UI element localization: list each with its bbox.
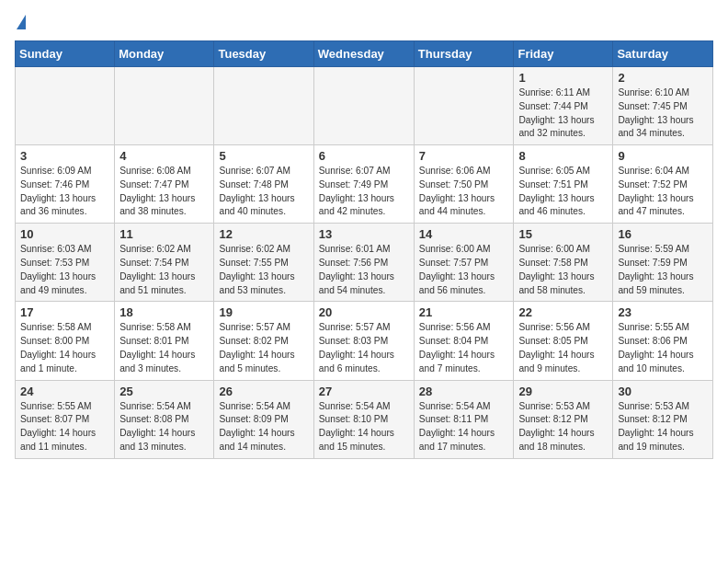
day-info: Sunrise: 6:02 AMSunset: 7:55 PMDaylight:… — [219, 243, 308, 297]
day-info: Sunrise: 6:01 AMSunset: 7:56 PMDaylight:… — [319, 243, 409, 297]
day-number: 5 — [219, 149, 308, 163]
day-info: Sunrise: 5:54 AMSunset: 8:09 PMDaylight:… — [219, 400, 308, 454]
day-number: 30 — [618, 385, 708, 398]
calendar-cell: 15Sunrise: 6:00 AMSunset: 7:58 PMDayligh… — [514, 224, 613, 302]
calendar-cell: 10Sunrise: 6:03 AMSunset: 7:53 PMDayligh… — [16, 224, 115, 302]
day-info: Sunrise: 6:00 AMSunset: 7:57 PMDaylight:… — [419, 243, 509, 297]
calendar-cell: 1Sunrise: 6:11 AMSunset: 7:44 PMDaylight… — [514, 67, 613, 145]
calendar-cell: 16Sunrise: 5:59 AMSunset: 7:59 PMDayligh… — [613, 224, 713, 302]
weekday-header-wednesday: Wednesday — [313, 41, 414, 67]
calendar-cell: 9Sunrise: 6:04 AMSunset: 7:52 PMDaylight… — [613, 145, 713, 224]
day-number: 20 — [319, 305, 409, 319]
calendar-cell: 2Sunrise: 6:10 AMSunset: 7:45 PMDaylight… — [613, 67, 713, 145]
calendar-cell: 22Sunrise: 5:56 AMSunset: 8:05 PMDayligh… — [514, 302, 613, 380]
calendar-cell — [313, 67, 414, 145]
calendar-week-5: 24Sunrise: 5:55 AMSunset: 8:07 PMDayligh… — [16, 380, 713, 458]
day-info: Sunrise: 5:54 AMSunset: 8:08 PMDaylight:… — [119, 400, 209, 454]
weekday-header-friday: Friday — [514, 41, 613, 67]
calendar-cell: 23Sunrise: 5:55 AMSunset: 8:06 PMDayligh… — [613, 302, 713, 380]
day-info: Sunrise: 6:06 AMSunset: 7:50 PMDaylight:… — [419, 165, 509, 219]
weekday-header-sunday: Sunday — [16, 41, 115, 67]
weekday-header-thursday: Thursday — [414, 41, 514, 67]
calendar-cell: 28Sunrise: 5:54 AMSunset: 8:11 PMDayligh… — [414, 380, 514, 458]
day-number: 13 — [319, 227, 409, 241]
day-info: Sunrise: 5:55 AMSunset: 8:06 PMDaylight:… — [618, 321, 708, 375]
calendar-cell — [214, 67, 313, 145]
day-info: Sunrise: 5:54 AMSunset: 8:11 PMDaylight:… — [419, 400, 509, 454]
day-info: Sunrise: 6:00 AMSunset: 7:58 PMDaylight:… — [518, 243, 608, 297]
day-number: 25 — [119, 385, 209, 398]
day-info: Sunrise: 6:05 AMSunset: 7:51 PMDaylight:… — [518, 165, 608, 219]
calendar-cell: 20Sunrise: 5:57 AMSunset: 8:03 PMDayligh… — [313, 302, 414, 380]
calendar-header-row: SundayMondayTuesdayWednesdayThursdayFrid… — [16, 41, 713, 67]
day-number: 29 — [518, 385, 608, 398]
calendar-cell: 17Sunrise: 5:58 AMSunset: 8:00 PMDayligh… — [16, 302, 115, 380]
day-info: Sunrise: 5:56 AMSunset: 8:05 PMDaylight:… — [518, 321, 608, 375]
day-info: Sunrise: 5:54 AMSunset: 8:10 PMDaylight:… — [319, 400, 409, 454]
day-number: 11 — [119, 227, 209, 241]
calendar-cell: 6Sunrise: 6:07 AMSunset: 7:49 PMDaylight… — [313, 145, 414, 224]
calendar-cell — [115, 67, 214, 145]
day-info: Sunrise: 6:04 AMSunset: 7:52 PMDaylight:… — [618, 165, 708, 219]
day-number: 8 — [518, 149, 608, 163]
logo — [15, 15, 26, 29]
day-number: 2 — [618, 71, 708, 85]
day-info: Sunrise: 6:09 AMSunset: 7:46 PMDaylight:… — [20, 165, 109, 219]
calendar-cell: 4Sunrise: 6:08 AMSunset: 7:47 PMDaylight… — [115, 145, 214, 224]
day-number: 3 — [20, 149, 109, 163]
calendar-cell: 25Sunrise: 5:54 AMSunset: 8:08 PMDayligh… — [115, 380, 214, 458]
day-info: Sunrise: 6:07 AMSunset: 7:49 PMDaylight:… — [319, 165, 409, 219]
calendar-cell: 27Sunrise: 5:54 AMSunset: 8:10 PMDayligh… — [313, 380, 414, 458]
calendar-cell: 19Sunrise: 5:57 AMSunset: 8:02 PMDayligh… — [214, 302, 313, 380]
logo-triangle-icon — [17, 15, 26, 29]
day-number: 1 — [518, 71, 608, 85]
calendar-cell: 14Sunrise: 6:00 AMSunset: 7:57 PMDayligh… — [414, 224, 514, 302]
calendar-cell — [414, 67, 514, 145]
day-number: 22 — [518, 305, 608, 319]
calendar-cell: 21Sunrise: 5:56 AMSunset: 8:04 PMDayligh… — [414, 302, 514, 380]
calendar-week-4: 17Sunrise: 5:58 AMSunset: 8:00 PMDayligh… — [16, 302, 713, 380]
day-info: Sunrise: 5:55 AMSunset: 8:07 PMDaylight:… — [20, 400, 109, 454]
calendar-cell: 26Sunrise: 5:54 AMSunset: 8:09 PMDayligh… — [214, 380, 313, 458]
page-header — [15, 15, 713, 29]
day-info: Sunrise: 6:07 AMSunset: 7:48 PMDaylight:… — [219, 165, 308, 219]
calendar-cell: 24Sunrise: 5:55 AMSunset: 8:07 PMDayligh… — [16, 380, 115, 458]
day-number: 24 — [20, 385, 109, 398]
calendar-week-3: 10Sunrise: 6:03 AMSunset: 7:53 PMDayligh… — [16, 224, 713, 302]
day-number: 14 — [419, 227, 509, 241]
day-number: 23 — [618, 305, 708, 319]
day-info: Sunrise: 6:02 AMSunset: 7:54 PMDaylight:… — [119, 243, 209, 297]
day-number: 28 — [419, 385, 509, 398]
day-info: Sunrise: 5:57 AMSunset: 8:02 PMDaylight:… — [219, 321, 308, 375]
calendar-cell: 8Sunrise: 6:05 AMSunset: 7:51 PMDaylight… — [514, 145, 613, 224]
calendar-cell: 29Sunrise: 5:53 AMSunset: 8:12 PMDayligh… — [514, 380, 613, 458]
day-number: 27 — [319, 385, 409, 398]
calendar-cell: 12Sunrise: 6:02 AMSunset: 7:55 PMDayligh… — [214, 224, 313, 302]
day-number: 10 — [20, 227, 109, 241]
day-info: Sunrise: 6:10 AMSunset: 7:45 PMDaylight:… — [618, 86, 708, 141]
weekday-header-monday: Monday — [115, 41, 214, 67]
day-number: 4 — [119, 149, 209, 163]
day-number: 16 — [618, 227, 708, 241]
day-info: Sunrise: 6:11 AMSunset: 7:44 PMDaylight:… — [518, 86, 608, 141]
day-number: 12 — [219, 227, 308, 241]
weekday-header-tuesday: Tuesday — [214, 41, 313, 67]
calendar-table: SundayMondayTuesdayWednesdayThursdayFrid… — [15, 40, 713, 459]
day-info: Sunrise: 5:53 AMSunset: 8:12 PMDaylight:… — [618, 400, 708, 454]
day-number: 9 — [618, 149, 708, 163]
day-info: Sunrise: 6:08 AMSunset: 7:47 PMDaylight:… — [119, 165, 209, 219]
day-info: Sunrise: 5:53 AMSunset: 8:12 PMDaylight:… — [518, 400, 608, 454]
day-info: Sunrise: 5:58 AMSunset: 8:00 PMDaylight:… — [20, 321, 109, 375]
day-number: 19 — [219, 305, 308, 319]
calendar-week-2: 3Sunrise: 6:09 AMSunset: 7:46 PMDaylight… — [16, 145, 713, 224]
day-info: Sunrise: 5:58 AMSunset: 8:01 PMDaylight:… — [119, 321, 209, 375]
day-number: 7 — [419, 149, 509, 163]
day-number: 15 — [518, 227, 608, 241]
calendar-cell: 18Sunrise: 5:58 AMSunset: 8:01 PMDayligh… — [115, 302, 214, 380]
calendar-cell: 30Sunrise: 5:53 AMSunset: 8:12 PMDayligh… — [613, 380, 713, 458]
day-number: 26 — [219, 385, 308, 398]
calendar-cell: 3Sunrise: 6:09 AMSunset: 7:46 PMDaylight… — [16, 145, 115, 224]
calendar-week-1: 1Sunrise: 6:11 AMSunset: 7:44 PMDaylight… — [16, 67, 713, 145]
calendar-cell: 7Sunrise: 6:06 AMSunset: 7:50 PMDaylight… — [414, 145, 514, 224]
calendar-cell: 11Sunrise: 6:02 AMSunset: 7:54 PMDayligh… — [115, 224, 214, 302]
